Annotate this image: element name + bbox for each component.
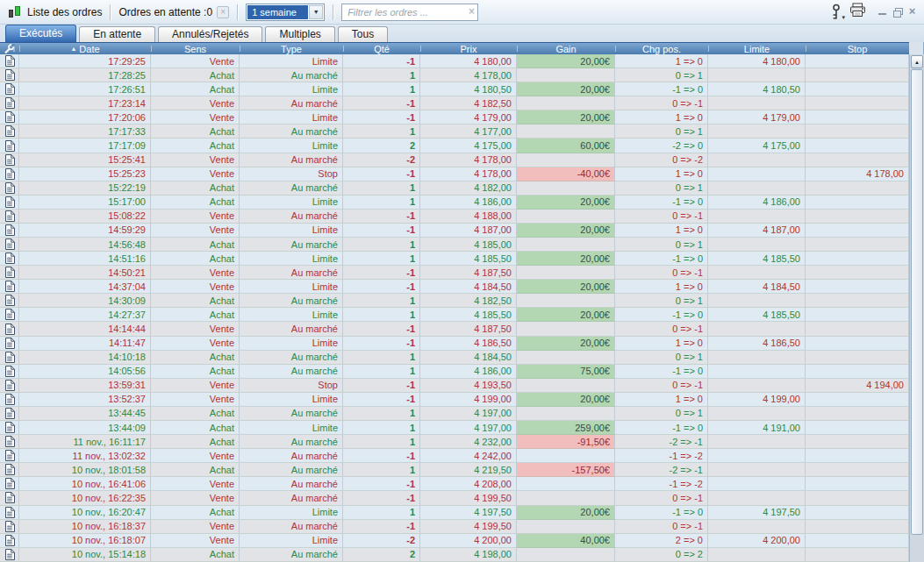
- table-row[interactable]: 17:17:09AchatLimite24 175,0060,00€-2 => …: [0, 139, 909, 153]
- table-row[interactable]: 11 nov., 16:11:17AchatAu marché14 232,00…: [0, 435, 909, 449]
- table-row[interactable]: 14:14:44VenteAu marché-14 187,500 => -1: [0, 322, 909, 336]
- cell-type: Au marché: [240, 266, 343, 280]
- restore-icon[interactable]: [892, 6, 903, 18]
- vertical-scrollbar[interactable]: ▲: [909, 54, 924, 562]
- table-row[interactable]: 17:26:51AchatLimite14 180,5020,00€-1 => …: [0, 82, 909, 96]
- cell-stop: [806, 435, 909, 449]
- table-row[interactable]: 10 nov., 18:01:58AchatAu marché14 219,50…: [0, 463, 909, 477]
- tab-en-attente[interactable]: En attente: [79, 26, 155, 42]
- tab-tous[interactable]: Tous: [338, 26, 388, 42]
- cell-stop: 4 178,00: [806, 167, 909, 181]
- table-row[interactable]: 15:17:00AchatLimite14 186,0020,00€-1 => …: [0, 196, 909, 210]
- cell-gain: 259,00€: [517, 421, 615, 435]
- minimize-icon[interactable]: [877, 6, 888, 18]
- table-row[interactable]: 11 nov., 13:02:32VenteAu marché-14 242,0…: [0, 449, 909, 463]
- table-row[interactable]: 10 nov., 16:22:35VenteAu marché-14 199,5…: [0, 491, 909, 505]
- cell-qte: 1: [343, 351, 420, 365]
- chevron-down-icon[interactable]: ▼: [309, 5, 323, 19]
- cell-prix: 4 182,00: [420, 181, 517, 196]
- filter-input[interactable]: [341, 4, 478, 21]
- scrollbar-thumb[interactable]: [911, 69, 923, 535]
- cell-date: 17:17:09: [19, 139, 151, 153]
- table-row[interactable]: 13:52:37VenteLimite-14 199,0020,00€1 => …: [0, 393, 909, 407]
- table-row[interactable]: 17:17:33AchatAu marché14 177,000 => 1: [0, 124, 909, 139]
- table-row[interactable]: 14:27:37AchatLimite14 185,5020,00€-1 => …: [0, 308, 909, 322]
- tab-multiples[interactable]: Multiples: [265, 26, 334, 42]
- column-header-type[interactable]: Type: [240, 43, 343, 54]
- table-row[interactable]: 14:37:04VenteLimite-14 184,5020,00€1 => …: [0, 280, 909, 294]
- table-row[interactable]: 13:59:31VenteStop-14 193,500 => -14 194,…: [0, 379, 909, 393]
- column-header-qte[interactable]: Qté: [343, 43, 420, 54]
- table-row[interactable]: 14:11:47VenteLimite-14 186,5020,00€1 => …: [0, 337, 909, 351]
- table-row[interactable]: 17:20:06VenteLimite-14 179,0020,00€1 => …: [0, 110, 909, 124]
- cell-limite: 4 187,00: [708, 224, 806, 238]
- cell-qte: -2: [343, 153, 420, 167]
- document-icon: [4, 309, 15, 320]
- tab-annules-rejetes[interactable]: Annulés/Rejetés: [158, 26, 262, 42]
- cell-prix: 4 199,00: [420, 393, 517, 407]
- table-row[interactable]: 15:25:41VenteAu marché-24 178,000 => -2: [0, 153, 909, 167]
- table-row[interactable]: 14:51:16AchatLimite14 185,5020,00€-1 => …: [0, 252, 909, 266]
- column-header-stop[interactable]: Stop: [806, 43, 909, 54]
- table-row[interactable]: 13:44:45AchatAu marché14 197,000 => 1: [0, 407, 909, 421]
- table-row[interactable]: 14:59:29VenteLimite-14 187,0020,00€1 => …: [0, 224, 909, 238]
- column-header-date[interactable]: ▲Date: [19, 43, 151, 54]
- document-icon: [4, 196, 15, 208]
- table-row[interactable]: 15:08:22VenteAu marché-14 188,000 => -1: [0, 210, 909, 224]
- cell-type: Au marché: [240, 96, 343, 110]
- table-row[interactable]: 17:28:25AchatAu marché14 178,000 => 1: [0, 68, 909, 82]
- printer-icon[interactable]: [849, 3, 866, 21]
- cell-row-icon: [0, 463, 19, 477]
- table-row[interactable]: 17:29:25VenteLimite-14 180,0020,00€1 => …: [0, 54, 909, 68]
- column-header-label: Limite: [744, 44, 770, 54]
- table-row[interactable]: 13:44:09AchatLimite14 197,00259,00€-1 =>…: [0, 421, 909, 435]
- cell-qte: -1: [343, 449, 420, 463]
- period-dropdown[interactable]: 1 semaine ▼: [246, 4, 325, 21]
- cell-limite: [708, 68, 806, 82]
- clear-filter-icon[interactable]: ×: [469, 5, 475, 18]
- cell-row-icon: [0, 393, 19, 407]
- table-row[interactable]: 15:22:19AchatAu marché14 182,000 => 1: [0, 181, 909, 196]
- table-row[interactable]: 10 nov., 15:14:18AchatAu marché24 198,00…: [0, 548, 909, 562]
- clear-pending-icon[interactable]: ×: [217, 6, 229, 18]
- table-settings-button[interactable]: [0, 43, 19, 54]
- table-row[interactable]: 10 nov., 16:20:47AchatLimite14 197,5020,…: [0, 506, 909, 520]
- cell-limite: 4 175,00: [708, 139, 806, 153]
- cell-chg: 0 => -1: [615, 322, 708, 336]
- cell-chg: -1 => 0: [615, 308, 708, 322]
- cell-gain: [517, 96, 615, 110]
- cell-row-icon: [0, 181, 19, 196]
- cell-gain: [517, 491, 615, 505]
- table-row[interactable]: 10 nov., 16:18:37VenteAu marché-14 199,5…: [0, 520, 909, 534]
- close-icon[interactable]: ×: [906, 6, 918, 18]
- column-header-limite[interactable]: Limite: [708, 43, 806, 54]
- sort-ascending-icon: ▲: [70, 46, 76, 52]
- document-icon: [4, 168, 15, 180]
- table-row[interactable]: 14:30:09AchatAu marché14 182,500 => 1: [0, 294, 909, 308]
- cell-qte: 2: [343, 548, 420, 562]
- cell-date: 11 nov., 16:11:17: [19, 435, 151, 449]
- table-row[interactable]: 17:23:14VenteAu marché-14 182,500 => -1: [0, 96, 909, 110]
- cell-qte: -1: [343, 520, 420, 534]
- table-row[interactable]: 14:10:18AchatAu marché14 184,500 => 1: [0, 351, 909, 365]
- column-header-sens[interactable]: Sens: [151, 43, 240, 54]
- tab-executes[interactable]: Exécutés: [5, 25, 76, 42]
- scroll-up-button[interactable]: ▲: [911, 55, 923, 68]
- cell-gain: 20,00€: [517, 224, 615, 238]
- column-header-gain[interactable]: Gain: [517, 43, 615, 54]
- column-header-prix[interactable]: Prix: [420, 43, 517, 54]
- table-row[interactable]: 15:25:23VenteStop-14 178,00-40,00€1 => 0…: [0, 167, 909, 181]
- key-icon[interactable]: ▾: [831, 4, 845, 21]
- column-header-chg-pos[interactable]: Chg pos.: [615, 43, 708, 54]
- cell-type: Au marché: [240, 407, 343, 421]
- cell-sens: Vente: [151, 393, 240, 407]
- table-row[interactable]: 10 nov., 16:18:07VenteLimite-24 200,0040…: [0, 534, 909, 548]
- cell-chg: 1 => 0: [615, 54, 708, 68]
- table-row[interactable]: 14:05:56AchatAu marché14 186,0075,00€-1 …: [0, 365, 909, 379]
- table-row[interactable]: 10 nov., 16:41:06VenteAu marché-14 208,0…: [0, 477, 909, 491]
- table-row[interactable]: 14:56:48AchatAu marché14 185,000 => 1: [0, 238, 909, 252]
- document-icon: [4, 478, 15, 489]
- table-row[interactable]: 14:50:21VenteAu marché-14 187,500 => -1: [0, 266, 909, 280]
- document-icon: [4, 125, 15, 137]
- cell-chg: 0 => -1: [615, 379, 708, 393]
